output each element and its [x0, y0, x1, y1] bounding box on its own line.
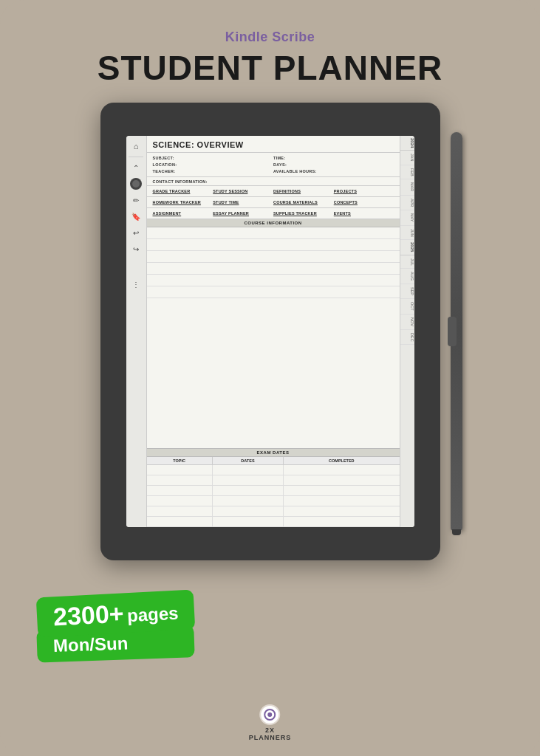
table-row — [147, 465, 400, 475]
table-row — [147, 517, 400, 527]
info-row-teacher: TEACHER: — [153, 168, 273, 174]
col-dates: DATES — [212, 457, 283, 465]
nav-events[interactable]: EVENTS — [334, 210, 394, 216]
logo-svg — [263, 708, 276, 721]
month-jun: JUN — [400, 226, 414, 241]
hours-label: AVAILABLE HOURS: — [273, 169, 317, 173]
month-nov: NOV — [400, 315, 414, 330]
info-row-location: LOCATION: — [153, 162, 273, 168]
nav-study-time[interactable]: STUDY TIME — [213, 199, 273, 205]
badge-number: 2300+ — [52, 599, 124, 630]
nav-grade-tracker[interactable]: GRADE TRACKER — [153, 188, 213, 194]
course-info-header: COURSE INFORMATION — [147, 219, 400, 227]
month-oct: OCT — [400, 299, 414, 315]
col-completed: COMPLETED — [284, 457, 400, 465]
divider — [129, 157, 143, 157]
info-row-hours: AVAILABLE HOURS: — [273, 168, 394, 174]
year-2024: 2024 — [400, 136, 414, 151]
nav-homework-tracker[interactable]: HOMEWORK TRACKER — [153, 199, 213, 205]
tool-icon — [130, 178, 142, 190]
line-2 — [147, 239, 400, 251]
home-icon: ⌂ — [130, 140, 142, 152]
kindle-screen: ⌂ ⌃ ✏ 🔖 ↩ ↪ ⋮ SCIENCE: OVERVIEW — [126, 136, 414, 527]
exam-table: TOPIC DATES COMPLETED — [147, 457, 400, 527]
year-2025: 2025 — [400, 240, 414, 255]
nav-links-row3: ASSIGNMENT ESSAY PLANNER SUPPLIES TRACKE… — [147, 208, 400, 219]
badge-pages: pages — [126, 603, 179, 626]
bookmark-icon: 🔖 — [130, 210, 142, 222]
col-topic: TOPIC — [147, 457, 213, 465]
table-row — [147, 486, 400, 496]
location-label: LOCATION: — [153, 162, 177, 167]
nav-links-row1: GRADE TRACKER STUDY SESSION DEFINITIONS … — [147, 186, 400, 197]
redo-icon: ↪ — [130, 243, 142, 255]
logo-name: 2XPLANNERS — [249, 726, 292, 741]
header-title: STUDENT PLANNER — [98, 48, 442, 88]
kindle-left-sidebar: ⌂ ⌃ ✏ 🔖 ↩ ↪ ⋮ — [126, 136, 147, 527]
table-row — [147, 506, 400, 517]
nav-concepts[interactable]: CONCEPTS — [334, 199, 394, 205]
month-mar: MAR — [400, 179, 414, 195]
teacher-label: TEACHER: — [153, 169, 176, 173]
page-background: Kindle Scribe STUDENT PLANNER ⌂ ⌃ ✏ 🔖 ↩ … — [0, 0, 540, 756]
nav-links-row2: HOMEWORK TRACKER STUDY TIME COURSE MATER… — [147, 197, 400, 208]
nav-study-session[interactable]: STUDY SESSION — [213, 188, 273, 194]
days-label: DAYS: — [273, 162, 287, 167]
kindle-right-sidebar: 2024 JAN FEB MAR APR MAY JUN 2025 JUL AU… — [400, 136, 414, 527]
page-title: SCIENCE: OVERVIEW — [153, 140, 394, 149]
nav-supplies-tracker[interactable]: SUPPLIES TRACKER — [273, 210, 333, 216]
logo-container: 2XPLANNERS — [249, 704, 292, 741]
kindle-content: SCIENCE: OVERVIEW SUBJECT: TIME: LOCATIO… — [147, 136, 400, 527]
contact-row: CONTACT INFORMATION: — [147, 177, 400, 186]
exam-header: EXAM DATES — [147, 449, 400, 457]
badge-top: 2300+ pages — [36, 589, 196, 637]
line-1 — [147, 227, 400, 239]
table-row — [147, 475, 400, 486]
info-row-days: DAYS: — [273, 162, 394, 168]
kindle-pen — [451, 132, 462, 531]
badge-mon-sun: Mon/Sun — [53, 633, 129, 656]
month-sep: SEP — [400, 284, 414, 299]
time-label: TIME: — [273, 156, 285, 160]
kindle-device: ⌂ ⌃ ✏ 🔖 ↩ ↪ ⋮ SCIENCE: OVERVIEW — [100, 103, 440, 560]
pen-button — [448, 317, 457, 346]
month-apr: APR — [400, 196, 414, 210]
month-jul: JUL — [400, 255, 414, 269]
badge-container: 2300+ pages Mon/Sun — [37, 594, 194, 660]
month-dec: DEC — [400, 330, 414, 346]
contact-label: CONTACT INFORMATION: — [153, 179, 208, 184]
content-header: SCIENCE: OVERVIEW — [147, 136, 400, 153]
line-6 — [147, 286, 400, 298]
pencil-icon: ✏ — [130, 194, 142, 206]
svg-point-1 — [267, 712, 272, 717]
nav-definitions[interactable]: DEFINITIONS — [273, 188, 333, 194]
more-icon: ⋮ — [130, 278, 142, 290]
nav-assignment[interactable]: ASSIGNMENT — [153, 210, 213, 216]
exam-section: EXAM DATES TOPIC DATES COMPLETED — [147, 448, 400, 527]
nav-essay-planner[interactable]: ESSAY PLANNER — [213, 210, 273, 216]
content-lines — [147, 227, 400, 448]
logo-icon — [259, 704, 280, 725]
info-row-subject: SUBJECT: — [153, 155, 273, 161]
month-aug: AUG — [400, 269, 414, 284]
month-feb: FEB — [400, 165, 414, 180]
info-grid: SUBJECT: TIME: LOCATION: DAYS: TEACHER: — [147, 153, 400, 177]
month-jan: JAN — [400, 151, 414, 165]
header-subtitle: Kindle Scribe — [225, 30, 315, 45]
nav-course-materials[interactable]: COURSE MATERIALS — [273, 199, 333, 205]
line-3 — [147, 251, 400, 263]
subject-label: SUBJECT: — [153, 156, 174, 160]
up-icon: ⌃ — [130, 162, 142, 173]
line-5 — [147, 275, 400, 286]
table-row — [147, 496, 400, 506]
line-4 — [147, 263, 400, 275]
month-may: MAY — [400, 210, 414, 226]
undo-icon: ↩ — [130, 227, 142, 238]
nav-projects[interactable]: PROJECTS — [334, 188, 394, 194]
info-row-time: TIME: — [273, 155, 394, 161]
